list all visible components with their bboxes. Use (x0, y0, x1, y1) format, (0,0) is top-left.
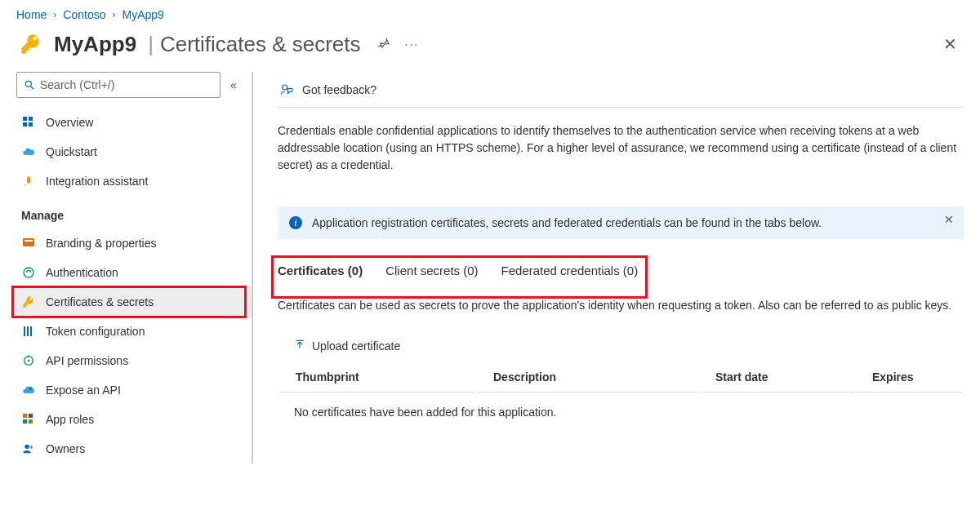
sidebar-item-integration-assistant[interactable]: Integration assistant (16, 166, 252, 196)
rocket-icon (21, 174, 36, 188)
certificates-table: Thumbprint Description Start date Expire… (278, 361, 964, 394)
chevron-right-icon: › (113, 9, 116, 20)
svg-rect-3 (29, 117, 33, 121)
svg-rect-2 (23, 117, 27, 121)
permissions-icon (21, 353, 36, 368)
auth-icon (21, 265, 36, 280)
sidebar-item-branding[interactable]: Branding & properties (16, 228, 252, 258)
tab-certificates[interactable]: Certificates (0) (278, 264, 363, 277)
search-placeholder: Search (Ctrl+/) (40, 78, 114, 91)
svg-rect-19 (29, 419, 33, 424)
upload-label: Upload certificate (312, 339, 400, 353)
svg-point-0 (25, 81, 31, 86)
col-thumbprint: Thumbprint (279, 362, 475, 392)
col-start-date: Start date (699, 362, 854, 392)
svg-rect-17 (29, 414, 33, 418)
svg-point-22 (283, 85, 287, 90)
main-content: Got feedback? Credentials enable confide… (253, 72, 980, 463)
tab-description: Certificates can be used as secrets to p… (278, 297, 964, 314)
svg-rect-11 (30, 326, 32, 336)
pin-icon[interactable] (377, 37, 390, 52)
svg-rect-6 (23, 238, 34, 246)
tab-client-secrets[interactable]: Client secrets (0) (385, 264, 478, 277)
svg-rect-4 (23, 122, 27, 126)
search-icon (24, 79, 35, 91)
chevron-right-icon: › (53, 9, 56, 20)
col-expires: Expires (856, 362, 962, 392)
svg-rect-16 (23, 414, 27, 418)
expose-api-icon (21, 383, 36, 397)
svg-line-1 (31, 86, 34, 90)
key-icon (16, 29, 46, 59)
close-icon[interactable]: ✕ (943, 34, 964, 54)
sidebar-item-label: Quickstart (46, 145, 97, 158)
sidebar-item-label: Branding & properties (46, 237, 156, 250)
page-header: MyApp9 | Certificates & secrets ··· ✕ (0, 24, 980, 72)
sidebar-item-overview[interactable]: Overview (16, 108, 252, 137)
sidebar-item-app-roles[interactable]: App roles (16, 405, 252, 434)
svg-point-8 (24, 268, 33, 277)
token-icon (21, 324, 36, 339)
svg-rect-9 (24, 326, 25, 336)
sidebar: Search (Ctrl+/) « Overview Quickstart In… (0, 72, 253, 463)
sidebar-item-label: Certificates & secrets (46, 295, 154, 308)
sidebar-item-expose-api[interactable]: Expose an API (16, 375, 252, 405)
sidebar-item-label: Overview (46, 116, 93, 129)
feedback-label: Got feedback? (302, 83, 376, 96)
description-text: Credentials enable confidential applicat… (278, 122, 964, 174)
close-icon[interactable]: ✕ (944, 213, 954, 226)
upload-certificate-button[interactable]: Upload certificate (278, 335, 405, 361)
app-roles-icon (21, 412, 36, 427)
svg-rect-18 (23, 419, 27, 424)
sidebar-item-quickstart[interactable]: Quickstart (16, 137, 252, 166)
info-banner-text: Application registration certificates, s… (312, 216, 822, 229)
sidebar-item-api-permissions[interactable]: API permissions (16, 346, 252, 375)
breadcrumb: Home › Contoso › MyApp9 (0, 0, 980, 24)
collapse-sidebar-icon[interactable]: « (230, 78, 237, 91)
sidebar-item-label: App roles (46, 413, 94, 426)
title-separator: | (148, 32, 154, 57)
svg-rect-5 (29, 122, 33, 126)
empty-state-text: No certificates have been added for this… (278, 394, 964, 419)
page-title: MyApp9 (54, 32, 136, 57)
sidebar-item-label: Token configuration (46, 325, 145, 338)
sidebar-item-label: Expose an API (46, 384, 121, 397)
svg-rect-7 (24, 240, 33, 242)
owners-icon (21, 441, 36, 456)
svg-point-21 (29, 446, 33, 449)
sidebar-item-label: Integration assistant (46, 175, 148, 188)
col-description: Description (477, 362, 697, 392)
search-input[interactable]: Search (Ctrl+/) (16, 72, 220, 98)
branding-icon (21, 236, 36, 251)
sidebar-item-token-configuration[interactable]: Token configuration (16, 317, 252, 346)
breadcrumb-app[interactable]: MyApp9 (122, 8, 164, 21)
breadcrumb-tenant[interactable]: Contoso (63, 8, 105, 21)
grid-icon (21, 115, 36, 130)
feedback-icon (279, 82, 294, 97)
cloud-icon (21, 144, 36, 159)
sidebar-item-owners[interactable]: Owners (16, 434, 252, 463)
breadcrumb-home[interactable]: Home (16, 8, 47, 21)
svg-point-15 (29, 387, 33, 390)
svg-point-20 (24, 445, 29, 449)
sidebar-item-certificates-secrets[interactable]: Certificates & secrets (16, 287, 252, 317)
more-icon[interactable]: ··· (405, 38, 420, 51)
tab-federated-credentials[interactable]: Federated credentials (0) (501, 264, 639, 277)
key-icon (21, 295, 36, 309)
sidebar-item-authentication[interactable]: Authentication (16, 258, 252, 287)
svg-point-13 (28, 360, 30, 362)
info-banner: i Application registration certificates,… (278, 206, 964, 239)
page-subtitle: Certificates & secrets (160, 32, 361, 57)
upload-icon (294, 339, 305, 353)
tabs: Certificates (0) Client secrets (0) Fede… (278, 259, 638, 282)
sidebar-section-manage: Manage (16, 196, 252, 228)
svg-rect-10 (27, 326, 29, 336)
info-icon: i (289, 216, 302, 229)
sidebar-item-label: Authentication (46, 266, 118, 279)
sidebar-item-label: API permissions (46, 354, 128, 367)
feedback-button[interactable]: Got feedback? (278, 72, 964, 108)
sidebar-item-label: Owners (46, 442, 85, 455)
